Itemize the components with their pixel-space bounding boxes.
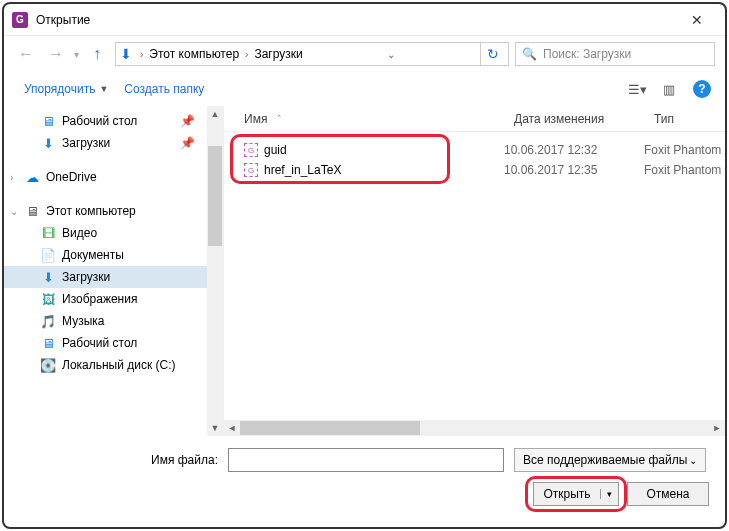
breadcrumb-folder[interactable]: Загрузки bbox=[254, 47, 302, 61]
sidebar-label: Локальный диск (C:) bbox=[62, 358, 176, 372]
open-dropdown-icon[interactable]: ▾ bbox=[600, 489, 618, 499]
sidebar-item-desktop[interactable]: 🖥 Рабочий стол 📌 bbox=[4, 110, 223, 132]
sidebar-item-music[interactable]: 🎵 Музыка bbox=[4, 310, 223, 332]
file-type: Foxit Phantom bbox=[644, 163, 725, 177]
download-icon: ⬇ bbox=[40, 135, 56, 151]
column-name-label: Имя bbox=[244, 112, 267, 126]
disk-icon: 💽 bbox=[40, 357, 56, 373]
filter-label: Все поддерживаемые файлы bbox=[523, 453, 687, 467]
open-button[interactable]: Открыть ▾ bbox=[533, 482, 619, 506]
main-area: 🖥 Рабочий стол 📌 ⬇ Загрузки 📌 › ☁ OneDri… bbox=[4, 106, 725, 436]
sidebar-label: Рабочий стол bbox=[62, 114, 137, 128]
search-input[interactable]: 🔍 Поиск: Загрузки bbox=[515, 42, 715, 66]
column-headers: Имя ˄ Дата изменения Тип bbox=[224, 106, 725, 132]
back-icon[interactable]: ← bbox=[14, 42, 38, 66]
file-name: href_in_LaTeX bbox=[264, 163, 341, 177]
file-list: G guid 10.06.2017 12:32 Foxit Phantom G … bbox=[224, 132, 725, 188]
filename-input[interactable] bbox=[228, 448, 504, 472]
file-date: 10.06.2017 12:32 bbox=[504, 143, 644, 157]
chevron-right-icon: › bbox=[241, 49, 252, 60]
video-icon: 🎞 bbox=[40, 225, 56, 241]
sidebar-label: Рабочий стол bbox=[62, 336, 137, 350]
desktop-icon: 🖥 bbox=[40, 113, 56, 129]
sidebar-item-video[interactable]: 🎞 Видео bbox=[4, 222, 223, 244]
sidebar-label: OneDrive bbox=[46, 170, 97, 184]
pdf-icon: G bbox=[244, 143, 258, 157]
chevron-right-icon: › bbox=[136, 49, 147, 60]
file-type-filter[interactable]: Все поддерживаемые файлы ⌄ bbox=[514, 448, 706, 472]
image-icon: 🖼 bbox=[40, 291, 56, 307]
filename-label: Имя файла: bbox=[18, 453, 218, 467]
file-date: 10.06.2017 12:35 bbox=[504, 163, 644, 177]
file-type: Foxit Phantom bbox=[644, 143, 725, 157]
close-button[interactable]: ✕ bbox=[677, 6, 717, 34]
chevron-down-icon: ▼ bbox=[99, 84, 108, 94]
column-name[interactable]: Имя ˄ bbox=[224, 106, 504, 131]
sidebar-item-images[interactable]: 🖼 Изображения bbox=[4, 288, 223, 310]
app-icon: G bbox=[12, 12, 28, 28]
sidebar-label: Загрузки bbox=[62, 136, 110, 150]
sidebar-item-this-pc[interactable]: ⌄ 🖥 Этот компьютер bbox=[4, 200, 223, 222]
pin-icon: 📌 bbox=[180, 114, 195, 128]
horizontal-scrollbar[interactable]: ◄ ► bbox=[224, 420, 725, 436]
document-icon: 📄 bbox=[40, 247, 56, 263]
sidebar-label: Документы bbox=[62, 248, 124, 262]
button-row: Открыть ▾ Отмена bbox=[18, 482, 711, 506]
sidebar-item-desktop2[interactable]: 🖥 Рабочий стол bbox=[4, 332, 223, 354]
file-name: guid bbox=[264, 143, 287, 157]
scrollbar-thumb[interactable] bbox=[208, 146, 222, 246]
chevron-down-icon: ⌄ bbox=[10, 206, 18, 217]
dialog-window: G Открытие ✕ ← → ▾ ↑ ⬇ › Этот компьютер … bbox=[2, 2, 727, 529]
cloud-icon: ☁ bbox=[24, 169, 40, 185]
organize-label: Упорядочить bbox=[24, 82, 95, 96]
breadcrumb[interactable]: ⬇ › Этот компьютер › Загрузки ⌄ ↻ bbox=[115, 42, 509, 66]
forward-icon[interactable]: → bbox=[44, 42, 68, 66]
column-type[interactable]: Тип bbox=[644, 106, 725, 131]
titlebar: G Открытие ✕ bbox=[4, 4, 725, 36]
scroll-up-icon[interactable]: ▲ bbox=[208, 106, 222, 122]
view-list-icon[interactable]: ☰▾ bbox=[623, 78, 651, 100]
chevron-down-icon: ⌄ bbox=[689, 455, 697, 466]
toolbar: Упорядочить ▼ Создать папку ☰▾ ▥ ? bbox=[4, 72, 725, 106]
chevron-right-icon: › bbox=[10, 172, 13, 183]
scroll-left-icon[interactable]: ◄ bbox=[224, 421, 240, 435]
sidebar-label: Этот компьютер bbox=[46, 204, 136, 218]
scroll-right-icon[interactable]: ► bbox=[709, 421, 725, 435]
window-title: Открытие bbox=[36, 13, 677, 27]
sidebar-item-onedrive[interactable]: › ☁ OneDrive bbox=[4, 166, 223, 188]
sort-asc-icon: ˄ bbox=[277, 114, 282, 124]
down-arrow-icon: ⬇ bbox=[120, 46, 132, 62]
file-area: Имя ˄ Дата изменения Тип G guid 10.06.20… bbox=[224, 106, 725, 436]
breadcrumb-pc[interactable]: Этот компьютер bbox=[149, 47, 239, 61]
new-folder-button[interactable]: Создать папку bbox=[118, 78, 210, 100]
sidebar-scrollbar[interactable]: ▲ ▼ bbox=[207, 106, 223, 436]
sidebar-item-downloads[interactable]: ⬇ Загрузки 📌 bbox=[4, 132, 223, 154]
sidebar-label: Загрузки bbox=[62, 270, 110, 284]
sidebar: 🖥 Рабочий стол 📌 ⬇ Загрузки 📌 › ☁ OneDri… bbox=[4, 106, 224, 436]
refresh-icon[interactable]: ↻ bbox=[480, 42, 504, 66]
organize-button[interactable]: Упорядочить ▼ bbox=[18, 78, 114, 100]
help-icon[interactable]: ? bbox=[693, 80, 711, 98]
up-icon[interactable]: ↑ bbox=[85, 42, 109, 66]
view-preview-icon[interactable]: ▥ bbox=[655, 78, 683, 100]
bottom-panel: Имя файла: Все поддерживаемые файлы ⌄ От… bbox=[4, 436, 725, 518]
cancel-label: Отмена bbox=[646, 487, 689, 501]
nav-bar: ← → ▾ ↑ ⬇ › Этот компьютер › Загрузки ⌄ … bbox=[4, 36, 725, 72]
file-row[interactable]: G guid 10.06.2017 12:32 Foxit Phantom bbox=[224, 140, 725, 160]
filename-row: Имя файла: Все поддерживаемые файлы ⌄ bbox=[18, 448, 711, 472]
scroll-down-icon[interactable]: ▼ bbox=[208, 420, 222, 436]
open-label: Открыть bbox=[534, 487, 600, 501]
breadcrumb-dropdown-icon[interactable]: ⌄ bbox=[383, 49, 399, 60]
sidebar-label: Музыка bbox=[62, 314, 104, 328]
music-icon: 🎵 bbox=[40, 313, 56, 329]
sidebar-label: Изображения bbox=[62, 292, 137, 306]
cancel-button[interactable]: Отмена bbox=[627, 482, 709, 506]
sidebar-item-local-disk[interactable]: 💽 Локальный диск (C:) bbox=[4, 354, 223, 376]
scrollbar-thumb[interactable] bbox=[240, 421, 420, 435]
download-icon: ⬇ bbox=[40, 269, 56, 285]
sidebar-item-downloads-selected[interactable]: ⬇ Загрузки bbox=[4, 266, 223, 288]
history-dropdown-icon[interactable]: ▾ bbox=[74, 49, 79, 60]
column-date[interactable]: Дата изменения bbox=[504, 106, 644, 131]
file-row[interactable]: G href_in_LaTeX 10.06.2017 12:35 Foxit P… bbox=[224, 160, 725, 180]
sidebar-item-documents[interactable]: 📄 Документы bbox=[4, 244, 223, 266]
